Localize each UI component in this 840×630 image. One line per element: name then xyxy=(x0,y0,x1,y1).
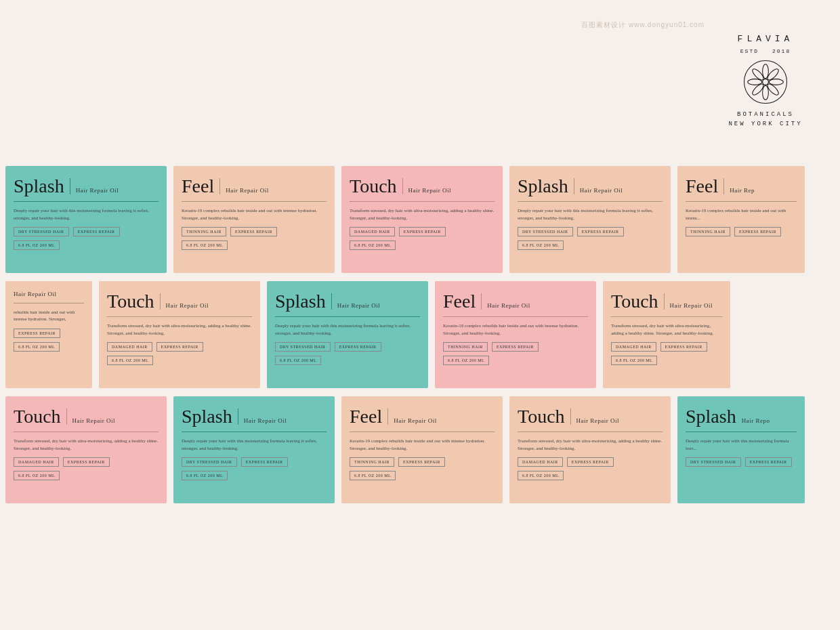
card-title: Feel xyxy=(686,175,718,197)
card-divider xyxy=(331,293,332,310)
tag-damaged: DAMAGED HAIR xyxy=(107,342,152,352)
tag-dry: DRY STRESSED HAIR xyxy=(182,457,237,467)
card-footer: DRY STRESSED HAIR EXPRESS REPAIR xyxy=(686,457,797,467)
card-header: Hair Repair Oil xyxy=(14,291,84,303)
page: 百图素材设计 www.dongyun01.com FLAVIA ESTD 201… xyxy=(0,0,840,630)
tag-thinning: THINNING HAIR xyxy=(182,227,226,236)
tag-thinning: THINNING HAIR xyxy=(350,457,394,467)
card-divider xyxy=(481,293,482,310)
card-touch-2: Touch Hair Repair Oil Transform stressed… xyxy=(99,281,260,388)
card-desc: Deeply repair your hair with this moistu… xyxy=(14,207,159,222)
tag-damaged: DAMAGED HAIR xyxy=(14,457,59,467)
card-desc: Keratin-19 complex rebuilds hair inside … xyxy=(443,322,588,337)
card-subtitle: Hair Repair Oil xyxy=(76,187,119,195)
card-title: Touch xyxy=(611,291,658,312)
card-subtitle: Hair Repair Oil xyxy=(394,417,436,425)
card-desc: Transform stressed, dry hair with ultra-… xyxy=(611,322,722,337)
card-header: Feel Hair Repair Oil xyxy=(443,291,588,317)
card-header: Splash Hair Repo xyxy=(686,406,797,432)
tag-dry: DRY STRESSED HAIR xyxy=(518,227,573,236)
tag-size: 6.8 FL OZ 200 mL xyxy=(275,356,321,365)
svg-point-7 xyxy=(748,79,762,85)
tag-size: 6.8 FL OZ 200 mL xyxy=(350,240,396,250)
card-feel-4: Feel Hair Repair Oil Keratin-19 complex … xyxy=(435,281,596,388)
card-subtitle: Hair Repair Oil xyxy=(487,302,530,310)
year-label: 2018 xyxy=(772,48,791,54)
card-desc: Deeply repair your hair with this moistu… xyxy=(686,438,797,452)
product-label: Hair Repair Oil xyxy=(487,302,530,310)
card-footer: DAMAGED HAIR EXPRESS REPAIR 6.8 FL OZ 20… xyxy=(518,457,663,480)
card-desc: Deeply repair your hair with this moistu… xyxy=(275,322,420,337)
card-feel-1: Feel Hair Repair Oil Keratin-19 complex … xyxy=(173,166,335,273)
card-title: Splash xyxy=(182,406,232,427)
tag-size: 6.8 FL OZ 200 mL xyxy=(107,356,153,365)
city-label: NEW YORK CITY xyxy=(728,119,802,129)
tag-damaged: DAMAGED HAIR xyxy=(350,227,395,236)
tag-express: EXPRESS REPAIR xyxy=(14,329,60,338)
card-desc: Keratin-19 complex rebuilds hair inside … xyxy=(350,438,495,452)
tag-damaged: DAMAGED HAIR xyxy=(611,342,656,352)
card-header: Feel Hair Repair Oil xyxy=(350,406,495,432)
card-footer: DRY STRESSED HAIR EXPRESS REPAIR 6.8 FL … xyxy=(275,342,420,365)
logo-est: ESTD 2018 xyxy=(740,48,791,54)
card-footer: THINNING HAIR EXPRESS REPAIR 6.8 FL OZ 2… xyxy=(182,227,327,250)
tag-express: EXPRESS REPAIR xyxy=(73,227,120,236)
card-divider xyxy=(574,178,574,194)
tag-damaged: DAMAGED HAIR xyxy=(518,457,563,467)
card-subtitle: Hair Repair Oil xyxy=(226,187,268,195)
card-header: Touch Hair Repair Oil xyxy=(611,291,722,317)
watermark: 百图素材设计 www.dongyun01.com xyxy=(581,20,705,30)
tag-express: EXPRESS REPAIR xyxy=(241,457,288,467)
card-divider xyxy=(664,293,665,310)
tag-express: EXPRESS REPAIR xyxy=(156,342,203,352)
card-footer: DRY STRESSED HAIR EXPRESS REPAIR 6.8 FL … xyxy=(518,227,663,250)
card-subtitle: Hair Repair Oil xyxy=(408,187,451,195)
card-footer: THINNING HAIR EXPRESS REPAIR 6.8 FL OZ 2… xyxy=(350,457,495,480)
card-divider xyxy=(160,293,161,310)
card-divider xyxy=(219,178,220,194)
tag-express: EXPRESS REPAIR xyxy=(745,457,792,467)
card-divider xyxy=(387,408,388,425)
card-subtitle: Hair Repo xyxy=(742,417,770,425)
card-feel-2: Feel Hair Rep Keratin-19 complex rebuild… xyxy=(677,166,805,273)
tag-express: EXPRESS REPAIR xyxy=(335,342,381,352)
card-title: Feel xyxy=(182,175,214,197)
product-label: Hair Repair Oil xyxy=(394,417,436,425)
card-title: Touch xyxy=(107,291,154,312)
card-touch-1: Touch Hair Repair Oil Transform stressed… xyxy=(341,166,503,273)
card-header: Splash Hair Repair Oil xyxy=(182,406,327,432)
product-label: Hair Repair Oil xyxy=(580,187,623,195)
card-title: Splash xyxy=(275,291,326,312)
card-desc: Keratin-19 complex rebuilds hair inside … xyxy=(182,207,327,222)
tag-express: EXPRESS REPAIR xyxy=(399,227,446,236)
card-title: Touch xyxy=(350,175,397,197)
card-footer: THINNING HAIR EXPRESS REPAIR xyxy=(686,227,797,236)
logo-flower-icon xyxy=(742,58,789,106)
product-label: Hair Repair Oil xyxy=(408,187,451,195)
product-label: Hair Repair Oil xyxy=(14,291,56,299)
card-desc: Transform stressed, dry hair with ultra-… xyxy=(350,207,495,222)
card-title: Touch xyxy=(518,406,565,427)
card-divider xyxy=(70,178,70,194)
product-label: Hair Repo xyxy=(742,417,770,425)
card-title: Splash xyxy=(14,175,64,197)
card-feel-3-partial: Hair Repair Oil rebuilds hair inside and… xyxy=(5,281,92,388)
card-feel-5: Feel Hair Repair Oil Keratin-19 complex … xyxy=(341,396,503,503)
tag-express: EXPRESS REPAIR xyxy=(398,457,445,467)
svg-point-1 xyxy=(763,64,769,78)
card-desc: rebuilds hair inside and out with intens… xyxy=(14,309,84,323)
svg-point-0 xyxy=(763,79,769,85)
product-label: Hair Repair Oil xyxy=(337,302,380,310)
product-label: Hair Repair Oil xyxy=(244,417,287,425)
card-header: Touch Hair Repair Oil xyxy=(107,291,252,317)
tag-express: EXPRESS REPAIR xyxy=(577,227,624,236)
tag-dry: DRY STRESSED HAIR xyxy=(686,457,741,467)
card-divider xyxy=(238,408,238,425)
card-footer: EXPRESS REPAIR 6.8 FL OZ 200 mL xyxy=(14,329,84,352)
card-title: Splash xyxy=(686,406,736,427)
card-header: Touch Hair Repair Oil xyxy=(518,406,663,432)
card-splash-4: Splash Hair Repair Oil Deeply repair you… xyxy=(173,396,335,503)
card-desc: Keratin-19 complex rebuilds hair inside … xyxy=(686,207,797,222)
brand-name: FLAVIA xyxy=(738,34,794,44)
tag-express: EXPRESS REPAIR xyxy=(63,457,110,467)
